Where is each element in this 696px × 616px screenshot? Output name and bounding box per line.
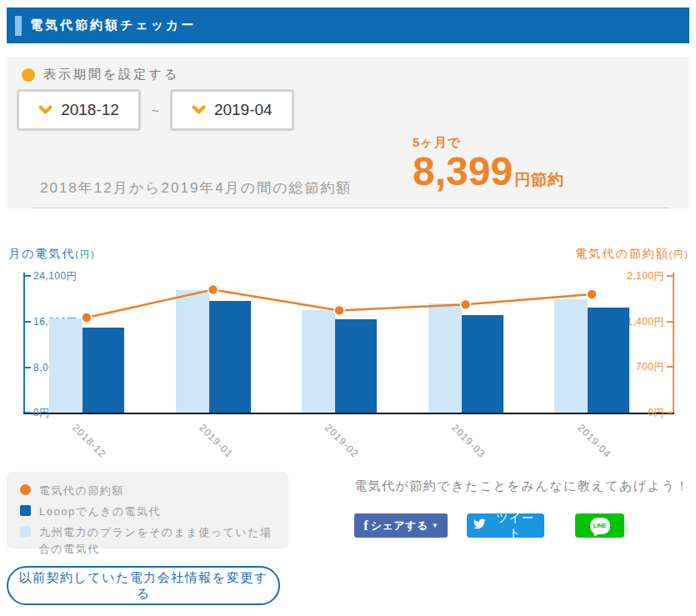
period-from-value: 2018-12 (61, 101, 119, 119)
period-to-value: 2019-04 (214, 101, 273, 119)
twitter-bird-icon (472, 518, 486, 533)
x-axis-label: 2019-01 (197, 422, 235, 460)
page-header: 電気代節約額チェッカー (7, 8, 689, 43)
legend-label-looop: Looopでんきの電気代 (39, 503, 161, 520)
legend-label-original: 九州電力のプランをそのまま使っていた場合の電気代 (39, 524, 275, 558)
line-share-button[interactable]: LINE (575, 513, 624, 538)
header-accent-bar (15, 16, 22, 36)
left-axis-tick (25, 275, 31, 277)
bar-looop-cost (83, 328, 124, 413)
right-axis-tick (667, 366, 673, 368)
legend-item-original: 九州電力のプランをそのまま使っていた場合の電気代 (20, 524, 275, 558)
period-label: 表示期間を設定する (43, 67, 179, 83)
right-axis-tick-label: 700円 (636, 360, 664, 374)
left-axis-title: 月の電気代(円) (8, 247, 96, 262)
line-icon: LINE (590, 518, 610, 534)
facebook-icon: f (363, 519, 368, 533)
bar-original-plan-cost (428, 303, 462, 413)
bar-looop-cost (335, 319, 377, 413)
orange-bullet-icon (22, 68, 35, 82)
x-axis-label: 2019-03 (449, 422, 488, 460)
bar-original-plan-cost (49, 318, 83, 413)
savings-dot (208, 284, 218, 294)
total-savings-description: 2018年12月から2019年4月の間の総節約額 (40, 178, 353, 198)
period-selects-row: 2018-12 ~ 2019-04 (17, 89, 294, 131)
bar-original-plan-cost (554, 299, 588, 413)
legend-marker-original (20, 526, 31, 537)
legend-label-savings: 電気代の節約額 (39, 483, 124, 499)
savings-unit: 円節約 (514, 169, 564, 191)
savings-dot (82, 313, 92, 323)
change-previous-company-button[interactable]: 以前契約していた電力会社情報を変更する (7, 566, 280, 605)
share-message: 電気代が節約できたことをみんなに教えてあげよう！ (354, 478, 692, 494)
left-axis-tick (25, 321, 31, 323)
chevron-down-icon (192, 103, 206, 118)
share-block: 電気代が節約できたことをみんなに教えてあげよう！ f シェアする ▼ ツイート … (354, 478, 692, 538)
x-axis-label: 2019-04 (575, 422, 613, 460)
period-label-row: 表示期間を設定する (22, 67, 179, 83)
right-axis-tick (667, 412, 673, 413)
left-axis-tick (25, 412, 31, 413)
left-axis-tick-label: 0円 (33, 406, 50, 420)
savings-amount: 8,399 (413, 151, 513, 193)
total-savings-block: 5ヶ月で 8,399 円節約 (413, 135, 564, 193)
change-previous-company-label: 以前契約していた電力会社情報を変更する (13, 570, 273, 602)
period-from-select[interactable]: 2018-12 (17, 89, 141, 131)
right-axis-tick-label: 0円 (648, 406, 664, 420)
bar-looop-cost (588, 308, 629, 413)
bar-looop-cost (462, 315, 503, 413)
bar-original-plan-cost (302, 310, 335, 413)
x-axis-label: 2018-12 (70, 422, 108, 460)
tweet-button[interactable]: ツイート (467, 513, 544, 538)
right-axis-title: 電気代の節約額(円) (575, 247, 689, 262)
legend-marker-savings (20, 484, 31, 495)
facebook-share-label: シェアする (371, 518, 428, 533)
period-to-select[interactable]: 2019-04 (170, 89, 294, 131)
savings-dot (587, 289, 597, 299)
bar-looop-cost (209, 301, 251, 413)
legend-item-looop: Looopでんきの電気代 (20, 503, 275, 520)
period-panel: 表示期間を設定する 2018-12 ~ 2019-04 2018年12月から20… (7, 57, 689, 208)
tweet-label: ツイート (491, 511, 539, 541)
facebook-share-button[interactable]: f シェアする ▼ (354, 513, 448, 538)
legend-marker-looop (20, 505, 31, 516)
bar-original-plan-cost (176, 290, 209, 413)
left-axis-tick-label: 24,100円 (33, 269, 77, 283)
right-axis-tick-label: 1,400円 (627, 315, 664, 329)
caret-down-icon: ▼ (432, 522, 438, 529)
period-separator: ~ (152, 103, 159, 118)
chart-legend: 電気代の節約額 Looopでんきの電気代 九州電力のプランをそのまま使っていた場… (7, 472, 288, 548)
left-axis-line (23, 273, 25, 413)
x-axis-line (23, 413, 674, 414)
panel-divider (32, 208, 669, 208)
legend-item-savings: 電気代の節約額 (20, 483, 275, 499)
x-axis-label: 2019-02 (323, 422, 361, 460)
chevron-down-icon (38, 103, 53, 118)
savings-dot (334, 305, 344, 315)
right-axis-line (673, 273, 674, 413)
right-axis-tick (667, 275, 673, 277)
chart-plot: 0円8,000円16,000円24,100円0円700円1,400円2,100円… (0, 267, 696, 467)
right-axis-tick (667, 321, 673, 323)
left-axis-tick (25, 367, 31, 368)
right-axis-tick-label: 2,100円 (627, 269, 664, 283)
savings-dot (461, 299, 471, 309)
page-title: 電気代節約額チェッカー (30, 18, 196, 33)
